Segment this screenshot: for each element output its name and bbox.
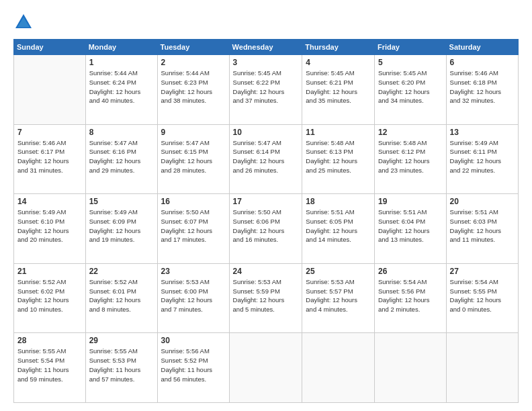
day-info: Sunrise: 5:52 AM Sunset: 6:02 PM Dayligh… (17, 277, 82, 314)
calendar-week-4: 28Sunrise: 5:55 AM Sunset: 5:54 PM Dayli… (14, 333, 519, 403)
weekday-header-sunday: Sunday (14, 40, 86, 55)
calendar-cell: 3Sunrise: 5:45 AM Sunset: 6:22 PM Daylig… (229, 55, 302, 125)
day-number: 25 (306, 267, 371, 276)
calendar-cell (446, 333, 518, 403)
calendar-cell: 26Sunrise: 5:54 AM Sunset: 5:56 PM Dayli… (374, 263, 446, 333)
calendar-cell: 25Sunrise: 5:53 AM Sunset: 5:57 PM Dayli… (302, 263, 375, 333)
day-number: 11 (306, 128, 371, 137)
day-number: 2 (161, 58, 226, 67)
calendar-cell: 2Sunrise: 5:44 AM Sunset: 6:23 PM Daylig… (157, 55, 229, 125)
day-info: Sunrise: 5:49 AM Sunset: 6:09 PM Dayligh… (89, 208, 154, 244)
day-number: 15 (89, 197, 154, 206)
day-number: 28 (17, 336, 82, 345)
day-info: Sunrise: 5:49 AM Sunset: 6:10 PM Dayligh… (17, 208, 82, 244)
day-number: 21 (17, 267, 82, 276)
calendar-week-0: 1Sunrise: 5:44 AM Sunset: 6:24 PM Daylig… (14, 55, 519, 125)
day-number: 26 (378, 267, 443, 276)
day-info: Sunrise: 5:55 AM Sunset: 5:53 PM Dayligh… (89, 347, 154, 383)
day-number: 16 (161, 197, 226, 206)
day-info: Sunrise: 5:52 AM Sunset: 6:01 PM Dayligh… (89, 277, 154, 314)
day-number: 22 (89, 267, 154, 276)
calendar-cell: 17Sunrise: 5:50 AM Sunset: 6:06 PM Dayli… (229, 194, 302, 264)
day-info: Sunrise: 5:50 AM Sunset: 6:06 PM Dayligh… (233, 208, 299, 244)
day-info: Sunrise: 5:54 AM Sunset: 5:55 PM Dayligh… (450, 277, 515, 314)
calendar-cell: 1Sunrise: 5:44 AM Sunset: 6:24 PM Daylig… (85, 55, 157, 125)
calendar-header-row: SundayMondayTuesdayWednesdayThursdayFrid… (14, 40, 519, 55)
day-number: 23 (161, 267, 226, 276)
day-info: Sunrise: 5:44 AM Sunset: 6:24 PM Dayligh… (89, 68, 154, 105)
day-info: Sunrise: 5:45 AM Sunset: 6:20 PM Dayligh… (378, 68, 443, 105)
calendar-cell: 5Sunrise: 5:45 AM Sunset: 6:20 PM Daylig… (374, 55, 446, 125)
weekday-header-wednesday: Wednesday (229, 40, 302, 55)
calendar-cell (14, 55, 86, 125)
calendar-cell: 21Sunrise: 5:52 AM Sunset: 6:02 PM Dayli… (14, 263, 86, 333)
day-number: 29 (89, 336, 154, 345)
page: SundayMondayTuesdayWednesdayThursdayFrid… (0, 0, 532, 411)
day-number: 8 (89, 128, 154, 137)
day-number: 5 (378, 58, 443, 67)
weekday-header-monday: Monday (85, 40, 157, 55)
day-info: Sunrise: 5:55 AM Sunset: 5:54 PM Dayligh… (17, 347, 82, 383)
calendar-cell (374, 333, 446, 403)
calendar-cell: 19Sunrise: 5:51 AM Sunset: 6:04 PM Dayli… (374, 194, 446, 264)
calendar-cell (302, 333, 375, 403)
calendar-cell: 14Sunrise: 5:49 AM Sunset: 6:10 PM Dayli… (14, 194, 86, 264)
logo-icon (13, 12, 34, 32)
day-info: Sunrise: 5:48 AM Sunset: 6:12 PM Dayligh… (378, 138, 443, 175)
calendar-cell: 16Sunrise: 5:50 AM Sunset: 6:07 PM Dayli… (157, 194, 229, 264)
calendar-week-1: 7Sunrise: 5:46 AM Sunset: 6:17 PM Daylig… (14, 124, 519, 194)
calendar-cell: 4Sunrise: 5:45 AM Sunset: 6:21 PM Daylig… (302, 55, 375, 125)
calendar-week-2: 14Sunrise: 5:49 AM Sunset: 6:10 PM Dayli… (14, 194, 519, 264)
day-info: Sunrise: 5:51 AM Sunset: 6:03 PM Dayligh… (450, 208, 515, 244)
calendar-cell: 30Sunrise: 5:56 AM Sunset: 5:52 PM Dayli… (157, 333, 229, 403)
day-number: 3 (233, 58, 299, 67)
day-info: Sunrise: 5:53 AM Sunset: 5:59 PM Dayligh… (233, 277, 299, 314)
calendar-week-3: 21Sunrise: 5:52 AM Sunset: 6:02 PM Dayli… (14, 263, 519, 333)
weekday-header-tuesday: Tuesday (157, 40, 229, 55)
calendar-cell: 15Sunrise: 5:49 AM Sunset: 6:09 PM Dayli… (85, 194, 157, 264)
day-info: Sunrise: 5:47 AM Sunset: 6:15 PM Dayligh… (161, 138, 226, 175)
calendar-cell: 7Sunrise: 5:46 AM Sunset: 6:17 PM Daylig… (14, 124, 86, 194)
header (13, 12, 519, 32)
day-info: Sunrise: 5:56 AM Sunset: 5:52 PM Dayligh… (161, 347, 226, 383)
weekday-header-thursday: Thursday (302, 40, 375, 55)
calendar-cell (229, 333, 302, 403)
day-info: Sunrise: 5:51 AM Sunset: 6:05 PM Dayligh… (306, 208, 371, 244)
day-number: 1 (89, 58, 154, 67)
day-number: 12 (378, 128, 443, 137)
day-number: 20 (450, 197, 515, 206)
day-number: 14 (17, 197, 82, 206)
calendar-cell: 29Sunrise: 5:55 AM Sunset: 5:53 PM Dayli… (85, 333, 157, 403)
day-info: Sunrise: 5:54 AM Sunset: 5:56 PM Dayligh… (378, 277, 443, 314)
day-number: 9 (161, 128, 226, 137)
calendar-cell: 12Sunrise: 5:48 AM Sunset: 6:12 PM Dayli… (374, 124, 446, 194)
day-info: Sunrise: 5:51 AM Sunset: 6:04 PM Dayligh… (378, 208, 443, 244)
calendar-cell: 10Sunrise: 5:47 AM Sunset: 6:14 PM Dayli… (229, 124, 302, 194)
day-info: Sunrise: 5:53 AM Sunset: 5:57 PM Dayligh… (306, 277, 371, 314)
calendar-cell: 6Sunrise: 5:46 AM Sunset: 6:18 PM Daylig… (446, 55, 518, 125)
calendar-cell: 20Sunrise: 5:51 AM Sunset: 6:03 PM Dayli… (446, 194, 518, 264)
day-number: 4 (306, 58, 371, 67)
weekday-header-saturday: Saturday (446, 40, 518, 55)
day-info: Sunrise: 5:44 AM Sunset: 6:23 PM Dayligh… (161, 68, 226, 105)
calendar-cell: 13Sunrise: 5:49 AM Sunset: 6:11 PM Dayli… (446, 124, 518, 194)
calendar-cell: 24Sunrise: 5:53 AM Sunset: 5:59 PM Dayli… (229, 263, 302, 333)
day-info: Sunrise: 5:47 AM Sunset: 6:14 PM Dayligh… (233, 138, 299, 175)
day-number: 7 (17, 128, 82, 137)
weekday-header-friday: Friday (374, 40, 446, 55)
day-number: 13 (450, 128, 515, 137)
day-info: Sunrise: 5:46 AM Sunset: 6:17 PM Dayligh… (17, 138, 82, 175)
day-info: Sunrise: 5:49 AM Sunset: 6:11 PM Dayligh… (450, 138, 515, 175)
day-info: Sunrise: 5:45 AM Sunset: 6:21 PM Dayligh… (306, 68, 371, 105)
calendar-cell: 28Sunrise: 5:55 AM Sunset: 5:54 PM Dayli… (14, 333, 86, 403)
calendar-table: SundayMondayTuesdayWednesdayThursdayFrid… (13, 39, 519, 403)
calendar-cell: 9Sunrise: 5:47 AM Sunset: 6:15 PM Daylig… (157, 124, 229, 194)
day-info: Sunrise: 5:45 AM Sunset: 6:22 PM Dayligh… (233, 68, 299, 105)
day-number: 18 (306, 197, 371, 206)
logo (13, 12, 38, 32)
day-info: Sunrise: 5:50 AM Sunset: 6:07 PM Dayligh… (161, 208, 226, 244)
calendar-cell: 22Sunrise: 5:52 AM Sunset: 6:01 PM Dayli… (85, 263, 157, 333)
day-info: Sunrise: 5:53 AM Sunset: 6:00 PM Dayligh… (161, 277, 226, 314)
calendar-cell: 23Sunrise: 5:53 AM Sunset: 6:00 PM Dayli… (157, 263, 229, 333)
day-number: 27 (450, 267, 515, 276)
